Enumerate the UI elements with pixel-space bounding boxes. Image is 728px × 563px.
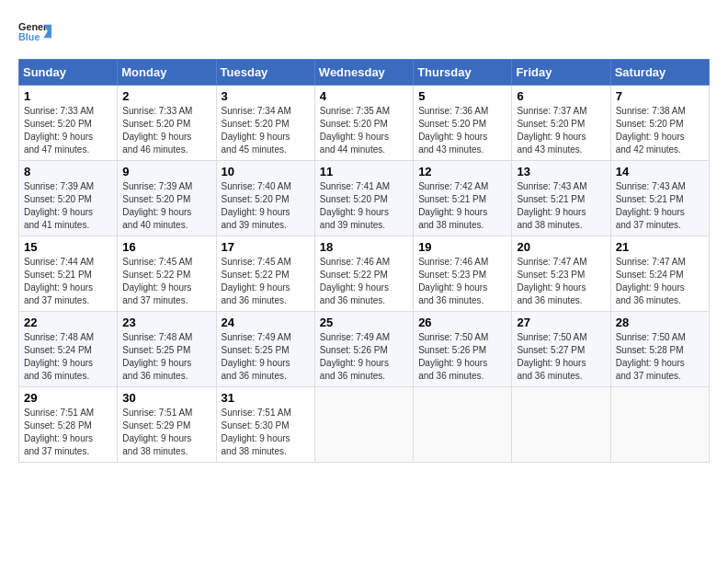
day-info: Sunrise: 7:47 AM Sunset: 5:24 PM Dayligh… (616, 256, 704, 307)
day-number: 16 (122, 240, 210, 254)
calendar-cell: 6 Sunrise: 7:37 AM Sunset: 5:20 PM Dayli… (512, 86, 610, 161)
calendar-body: 1 Sunrise: 7:33 AM Sunset: 5:20 PM Dayli… (19, 86, 710, 463)
day-number: 25 (320, 316, 408, 329)
calendar-week-3: 15 Sunrise: 7:44 AM Sunset: 5:21 PM Dayl… (19, 236, 710, 312)
calendar-week-4: 22 Sunrise: 7:48 AM Sunset: 5:24 PM Dayl… (19, 312, 710, 387)
day-info: Sunrise: 7:44 AM Sunset: 5:21 PM Dayligh… (24, 256, 112, 307)
day-number: 17 (222, 240, 310, 254)
calendar-cell: 19 Sunrise: 7:46 AM Sunset: 5:23 PM Dayl… (414, 236, 512, 312)
day-number: 12 (418, 165, 506, 178)
day-number: 26 (418, 316, 506, 329)
calendar-cell: 12 Sunrise: 7:42 AM Sunset: 5:21 PM Dayl… (414, 161, 512, 236)
day-info: Sunrise: 7:36 AM Sunset: 5:20 PM Dayligh… (418, 105, 506, 156)
day-info: Sunrise: 7:51 AM Sunset: 5:30 PM Dayligh… (222, 407, 310, 458)
calendar-cell: 14 Sunrise: 7:43 AM Sunset: 5:21 PM Dayl… (610, 161, 709, 236)
day-info: Sunrise: 7:47 AM Sunset: 5:23 PM Dayligh… (517, 256, 605, 307)
calendar-cell: 16 Sunrise: 7:45 AM Sunset: 5:22 PM Dayl… (118, 236, 216, 312)
calendar-cell: 8 Sunrise: 7:39 AM Sunset: 5:20 PM Dayli… (19, 161, 118, 236)
day-info: Sunrise: 7:51 AM Sunset: 5:28 PM Dayligh… (24, 407, 112, 458)
calendar-cell: 10 Sunrise: 7:40 AM Sunset: 5:20 PM Dayl… (216, 161, 314, 236)
day-info: Sunrise: 7:43 AM Sunset: 5:21 PM Dayligh… (616, 180, 704, 232)
day-info: Sunrise: 7:48 AM Sunset: 5:25 PM Dayligh… (122, 331, 210, 383)
calendar-cell (414, 387, 512, 463)
day-number: 29 (24, 391, 112, 405)
day-info: Sunrise: 7:39 AM Sunset: 5:20 PM Dayligh… (122, 180, 210, 232)
day-info: Sunrise: 7:37 AM Sunset: 5:20 PM Dayligh… (517, 105, 605, 156)
calendar-cell: 26 Sunrise: 7:50 AM Sunset: 5:26 PM Dayl… (414, 312, 512, 387)
day-info: Sunrise: 7:42 AM Sunset: 5:21 PM Dayligh… (418, 180, 506, 232)
calendar-cell: 4 Sunrise: 7:35 AM Sunset: 5:20 PM Dayli… (314, 86, 413, 161)
calendar-cell: 24 Sunrise: 7:49 AM Sunset: 5:25 PM Dayl… (216, 312, 314, 387)
calendar-cell: 7 Sunrise: 7:38 AM Sunset: 5:20 PM Dayli… (610, 86, 709, 161)
day-number: 23 (122, 316, 210, 329)
calendar-cell: 21 Sunrise: 7:47 AM Sunset: 5:24 PM Dayl… (610, 236, 709, 312)
calendar-cell: 5 Sunrise: 7:36 AM Sunset: 5:20 PM Dayli… (414, 86, 512, 161)
day-number: 18 (320, 240, 408, 254)
day-info: Sunrise: 7:33 AM Sunset: 5:20 PM Dayligh… (122, 105, 210, 156)
calendar-cell: 13 Sunrise: 7:43 AM Sunset: 5:21 PM Dayl… (512, 161, 610, 236)
calendar-header-saturday: Saturday (610, 60, 709, 86)
day-number: 11 (320, 165, 408, 178)
calendar-cell (314, 387, 413, 463)
day-number: 10 (222, 165, 310, 178)
day-number: 20 (517, 240, 605, 254)
day-info: Sunrise: 7:39 AM Sunset: 5:20 PM Dayligh… (24, 180, 112, 232)
day-info: Sunrise: 7:38 AM Sunset: 5:20 PM Dayligh… (616, 105, 704, 156)
calendar-cell: 31 Sunrise: 7:51 AM Sunset: 5:30 PM Dayl… (216, 387, 314, 463)
day-info: Sunrise: 7:46 AM Sunset: 5:22 PM Dayligh… (320, 256, 408, 307)
day-info: Sunrise: 7:46 AM Sunset: 5:23 PM Dayligh… (418, 256, 506, 307)
logo: General Blue (18, 18, 51, 44)
calendar-header-monday: Monday (118, 60, 216, 86)
calendar-cell: 18 Sunrise: 7:46 AM Sunset: 5:22 PM Dayl… (314, 236, 413, 312)
calendar-cell: 23 Sunrise: 7:48 AM Sunset: 5:25 PM Dayl… (118, 312, 216, 387)
day-number: 7 (616, 89, 704, 103)
day-number: 27 (517, 316, 605, 329)
day-number: 8 (24, 165, 112, 178)
day-info: Sunrise: 7:45 AM Sunset: 5:22 PM Dayligh… (122, 256, 210, 307)
day-number: 30 (122, 391, 210, 405)
calendar-header-tuesday: Tuesday (216, 60, 314, 86)
day-info: Sunrise: 7:34 AM Sunset: 5:20 PM Dayligh… (222, 105, 310, 156)
page-header: General Blue (18, 18, 710, 44)
calendar-table: SundayMondayTuesdayWednesdayThursdayFrid… (18, 59, 710, 463)
day-info: Sunrise: 7:43 AM Sunset: 5:21 PM Dayligh… (517, 180, 605, 232)
day-info: Sunrise: 7:48 AM Sunset: 5:24 PM Dayligh… (24, 331, 112, 383)
svg-text:Blue: Blue (18, 31, 40, 42)
calendar-header-thursday: Thursday (414, 60, 512, 86)
day-info: Sunrise: 7:41 AM Sunset: 5:20 PM Dayligh… (320, 180, 408, 232)
calendar-cell: 29 Sunrise: 7:51 AM Sunset: 5:28 PM Dayl… (19, 387, 118, 463)
day-info: Sunrise: 7:51 AM Sunset: 5:29 PM Dayligh… (122, 407, 210, 458)
calendar-cell: 15 Sunrise: 7:44 AM Sunset: 5:21 PM Dayl… (19, 236, 118, 312)
day-info: Sunrise: 7:50 AM Sunset: 5:26 PM Dayligh… (418, 331, 506, 383)
calendar-cell: 9 Sunrise: 7:39 AM Sunset: 5:20 PM Dayli… (118, 161, 216, 236)
day-number: 15 (24, 240, 112, 254)
calendar-header-sunday: Sunday (19, 60, 118, 86)
calendar-header-row: SundayMondayTuesdayWednesdayThursdayFrid… (19, 60, 710, 86)
calendar-cell: 30 Sunrise: 7:51 AM Sunset: 5:29 PM Dayl… (118, 387, 216, 463)
calendar-cell (512, 387, 610, 463)
day-number: 3 (222, 89, 310, 103)
calendar-cell: 25 Sunrise: 7:49 AM Sunset: 5:26 PM Dayl… (314, 312, 413, 387)
day-info: Sunrise: 7:50 AM Sunset: 5:28 PM Dayligh… (616, 331, 704, 383)
day-info: Sunrise: 7:40 AM Sunset: 5:20 PM Dayligh… (222, 180, 310, 232)
day-info: Sunrise: 7:45 AM Sunset: 5:22 PM Dayligh… (222, 256, 310, 307)
logo-icon: General Blue (18, 18, 51, 44)
day-number: 21 (616, 240, 704, 254)
day-number: 2 (122, 89, 210, 103)
calendar-cell (610, 387, 709, 463)
calendar-week-2: 8 Sunrise: 7:39 AM Sunset: 5:20 PM Dayli… (19, 161, 710, 236)
calendar-header-friday: Friday (512, 60, 610, 86)
calendar-week-1: 1 Sunrise: 7:33 AM Sunset: 5:20 PM Dayli… (19, 86, 710, 161)
day-info: Sunrise: 7:35 AM Sunset: 5:20 PM Dayligh… (320, 105, 408, 156)
calendar-cell: 1 Sunrise: 7:33 AM Sunset: 5:20 PM Dayli… (19, 86, 118, 161)
day-number: 14 (616, 165, 704, 178)
day-number: 5 (418, 89, 506, 103)
calendar-cell: 20 Sunrise: 7:47 AM Sunset: 5:23 PM Dayl… (512, 236, 610, 312)
calendar-cell: 27 Sunrise: 7:50 AM Sunset: 5:27 PM Dayl… (512, 312, 610, 387)
day-number: 28 (616, 316, 704, 329)
day-number: 4 (320, 89, 408, 103)
calendar-week-5: 29 Sunrise: 7:51 AM Sunset: 5:28 PM Dayl… (19, 387, 710, 463)
calendar-cell: 2 Sunrise: 7:33 AM Sunset: 5:20 PM Dayli… (118, 86, 216, 161)
day-number: 13 (517, 165, 605, 178)
calendar-cell: 11 Sunrise: 7:41 AM Sunset: 5:20 PM Dayl… (314, 161, 413, 236)
